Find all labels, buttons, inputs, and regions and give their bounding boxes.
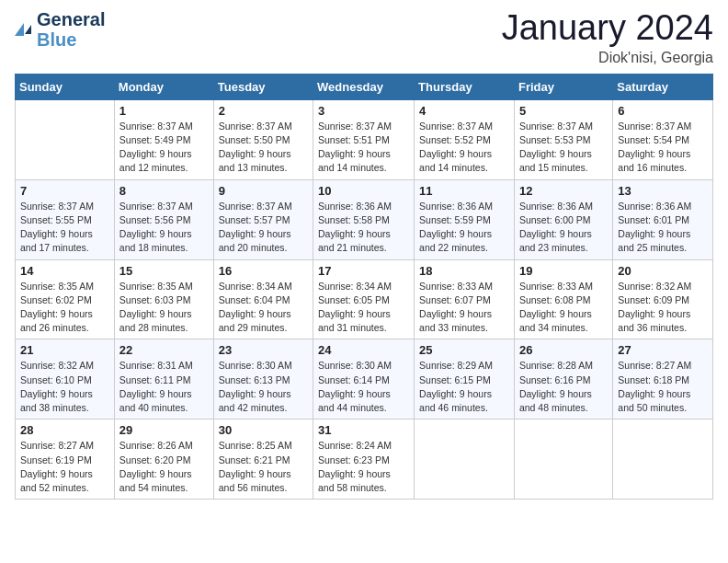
day-detail: Sunrise: 8:25 AMSunset: 6:21 PMDaylight:… (219, 440, 292, 493)
day-cell: 8 Sunrise: 8:37 AMSunset: 5:56 PMDayligh… (114, 179, 213, 259)
day-cell (514, 419, 612, 500)
day-number: 30 (219, 423, 308, 437)
day-number: 11 (419, 184, 509, 198)
month-title: January 2024 (502, 9, 713, 48)
day-cell: 3 Sunrise: 8:37 AMSunset: 5:51 PMDayligh… (313, 99, 415, 179)
day-detail: Sunrise: 8:31 AMSunset: 6:11 PMDaylight:… (119, 360, 193, 413)
day-detail: Sunrise: 8:36 AMSunset: 6:01 PMDaylight:… (618, 201, 691, 254)
day-detail: Sunrise: 8:36 AMSunset: 5:58 PMDaylight:… (318, 201, 392, 254)
day-detail: Sunrise: 8:30 AMSunset: 6:13 PMDaylight:… (219, 360, 292, 413)
day-detail: Sunrise: 8:37 AMSunset: 5:55 PMDaylight:… (20, 201, 94, 254)
day-number: 18 (419, 264, 509, 278)
day-detail: Sunrise: 8:37 AMSunset: 5:52 PMDaylight:… (419, 121, 493, 174)
day-number: 15 (119, 264, 209, 278)
header: General Blue January 2024 Diok'nisi, Geo… (15, 9, 713, 66)
logo-brand: General Blue (15, 9, 105, 50)
header-row: Sunday Monday Tuesday Wednesday Thursday… (16, 74, 713, 99)
day-number: 5 (519, 104, 608, 118)
day-detail: Sunrise: 8:37 AMSunset: 5:54 PMDaylight:… (618, 121, 691, 174)
day-number: 19 (519, 264, 608, 278)
day-cell: 19 Sunrise: 8:33 AMSunset: 6:08 PMDaylig… (514, 259, 612, 339)
day-detail: Sunrise: 8:37 AMSunset: 5:50 PMDaylight:… (219, 121, 292, 174)
day-detail: Sunrise: 8:33 AMSunset: 6:08 PMDaylight:… (519, 281, 593, 334)
day-cell: 28 Sunrise: 8:27 AMSunset: 6:19 PMDaylig… (16, 419, 115, 500)
week-row-0: 1 Sunrise: 8:37 AMSunset: 5:49 PMDayligh… (16, 99, 713, 179)
day-number: 26 (519, 343, 608, 357)
day-cell: 2 Sunrise: 8:37 AMSunset: 5:50 PMDayligh… (213, 99, 313, 179)
day-number: 23 (219, 343, 308, 357)
page: General Blue January 2024 Diok'nisi, Geo… (0, 0, 728, 563)
day-detail: Sunrise: 8:37 AMSunset: 5:57 PMDaylight:… (219, 201, 292, 254)
day-number: 13 (618, 184, 708, 198)
day-detail: Sunrise: 8:27 AMSunset: 6:19 PMDaylight:… (20, 440, 94, 493)
day-cell: 4 Sunrise: 8:37 AMSunset: 5:52 PMDayligh… (415, 99, 515, 179)
calendar-table: Sunday Monday Tuesday Wednesday Thursday… (15, 74, 713, 500)
day-detail: Sunrise: 8:37 AMSunset: 5:56 PMDaylight:… (119, 201, 193, 254)
col-thursday: Thursday (415, 74, 515, 99)
day-number: 8 (119, 184, 209, 198)
day-number: 29 (119, 423, 209, 437)
col-friday: Friday (514, 74, 612, 99)
logo-wing2 (25, 25, 31, 34)
day-number: 14 (20, 264, 109, 278)
day-detail: Sunrise: 8:37 AMSunset: 5:49 PMDaylight:… (119, 121, 193, 174)
day-detail: Sunrise: 8:32 AMSunset: 6:10 PMDaylight:… (20, 360, 94, 413)
week-row-1: 7 Sunrise: 8:37 AMSunset: 5:55 PMDayligh… (16, 179, 713, 259)
day-number: 7 (20, 184, 109, 198)
logo-line2: Blue (37, 29, 105, 50)
day-number: 2 (219, 104, 308, 118)
day-detail: Sunrise: 8:34 AMSunset: 6:04 PMDaylight:… (219, 281, 292, 334)
day-number: 4 (419, 104, 509, 118)
col-wednesday: Wednesday (313, 74, 415, 99)
logo: General Blue (15, 9, 105, 50)
day-detail: Sunrise: 8:30 AMSunset: 6:14 PMDaylight:… (318, 360, 392, 413)
day-cell: 10 Sunrise: 8:36 AMSunset: 5:58 PMDaylig… (313, 179, 415, 259)
day-cell: 14 Sunrise: 8:35 AMSunset: 6:02 PMDaylig… (16, 259, 115, 339)
day-detail: Sunrise: 8:33 AMSunset: 6:07 PMDaylight:… (419, 281, 493, 334)
day-cell: 30 Sunrise: 8:25 AMSunset: 6:21 PMDaylig… (213, 419, 313, 500)
day-cell: 11 Sunrise: 8:36 AMSunset: 5:59 PMDaylig… (415, 179, 515, 259)
day-detail: Sunrise: 8:24 AMSunset: 6:23 PMDaylight:… (318, 440, 392, 493)
day-cell: 29 Sunrise: 8:26 AMSunset: 6:20 PMDaylig… (114, 419, 213, 500)
day-number: 12 (519, 184, 608, 198)
logo-text-block: General Blue (37, 9, 105, 50)
col-saturday: Saturday (613, 74, 713, 99)
day-cell: 16 Sunrise: 8:34 AMSunset: 6:04 PMDaylig… (213, 259, 313, 339)
day-cell: 13 Sunrise: 8:36 AMSunset: 6:01 PMDaylig… (613, 179, 713, 259)
day-cell (415, 419, 515, 500)
day-cell: 12 Sunrise: 8:36 AMSunset: 6:00 PMDaylig… (514, 179, 612, 259)
day-cell: 17 Sunrise: 8:34 AMSunset: 6:05 PMDaylig… (313, 259, 415, 339)
day-detail: Sunrise: 8:36 AMSunset: 6:00 PMDaylight:… (519, 201, 593, 254)
day-cell: 1 Sunrise: 8:37 AMSunset: 5:49 PMDayligh… (114, 99, 213, 179)
day-cell: 25 Sunrise: 8:29 AMSunset: 6:15 PMDaylig… (415, 339, 515, 419)
location-title: Diok'nisi, Georgia (502, 50, 713, 66)
day-number: 3 (318, 104, 409, 118)
col-tuesday: Tuesday (213, 74, 313, 99)
day-cell: 15 Sunrise: 8:35 AMSunset: 6:03 PMDaylig… (114, 259, 213, 339)
day-cell: 26 Sunrise: 8:28 AMSunset: 6:16 PMDaylig… (514, 339, 612, 419)
day-cell: 23 Sunrise: 8:30 AMSunset: 6:13 PMDaylig… (213, 339, 313, 419)
day-cell: 31 Sunrise: 8:24 AMSunset: 6:23 PMDaylig… (313, 419, 415, 500)
day-number: 1 (119, 104, 209, 118)
day-number: 25 (419, 343, 509, 357)
day-number: 27 (618, 343, 708, 357)
title-block: January 2024 Diok'nisi, Georgia (502, 9, 713, 66)
day-detail: Sunrise: 8:37 AMSunset: 5:53 PMDaylight:… (519, 121, 593, 174)
day-detail: Sunrise: 8:28 AMSunset: 6:16 PMDaylight:… (519, 360, 593, 413)
day-cell: 21 Sunrise: 8:32 AMSunset: 6:10 PMDaylig… (16, 339, 115, 419)
day-number: 28 (20, 423, 109, 437)
day-detail: Sunrise: 8:37 AMSunset: 5:51 PMDaylight:… (318, 121, 392, 174)
day-number: 9 (219, 184, 308, 198)
day-cell: 9 Sunrise: 8:37 AMSunset: 5:57 PMDayligh… (213, 179, 313, 259)
day-cell (613, 419, 713, 500)
col-monday: Monday (114, 74, 213, 99)
day-cell: 18 Sunrise: 8:33 AMSunset: 6:07 PMDaylig… (415, 259, 515, 339)
day-number: 20 (618, 264, 708, 278)
col-sunday: Sunday (16, 74, 115, 99)
day-detail: Sunrise: 8:35 AMSunset: 6:03 PMDaylight:… (119, 281, 193, 334)
day-number: 24 (318, 343, 409, 357)
day-detail: Sunrise: 8:32 AMSunset: 6:09 PMDaylight:… (618, 281, 691, 334)
day-number: 22 (119, 343, 209, 357)
day-detail: Sunrise: 8:26 AMSunset: 6:20 PMDaylight:… (119, 440, 193, 493)
day-cell: 24 Sunrise: 8:30 AMSunset: 6:14 PMDaylig… (313, 339, 415, 419)
